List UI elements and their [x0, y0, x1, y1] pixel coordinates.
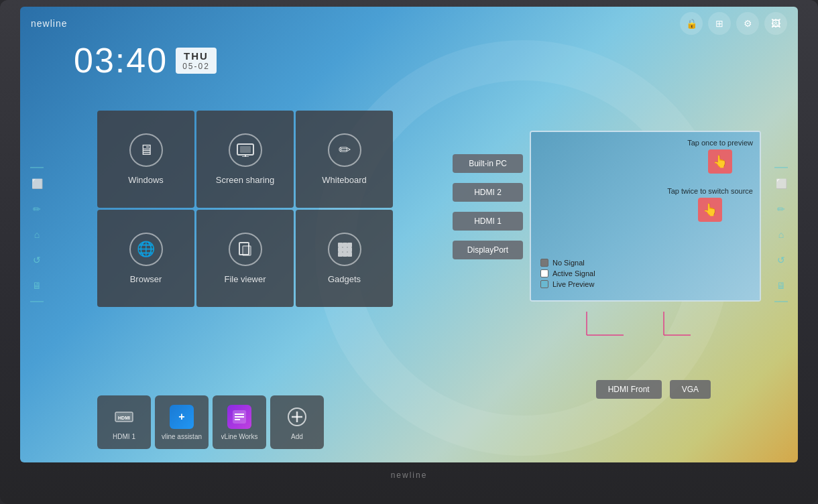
tap-twice-icon: 👆	[698, 198, 722, 222]
bottom-source-buttons: HDMI Front VGA	[596, 380, 711, 399]
clock-display: 03:40 THU 05-02	[74, 40, 217, 80]
screen-sharing-label: Screen sharing	[216, 175, 274, 185]
top-icons-group: 🔒 ⊞ ⚙ 🖼	[680, 12, 787, 35]
tile-whiteboard[interactable]: ✏ Whiteboard	[296, 111, 393, 208]
hdmi1-quick-icon: HDMI	[112, 405, 136, 429]
displayport-btn[interactable]: DisplayPort	[453, 241, 523, 259]
windows-icon: 🖥	[129, 133, 163, 167]
add-label: Add	[291, 433, 303, 440]
brand-logo: newline	[31, 18, 67, 29]
day-name: THU	[182, 50, 210, 62]
tile-gadgets[interactable]: Gadgets	[296, 210, 393, 307]
hdmi-front-btn[interactable]: HDMI Front	[596, 380, 662, 399]
legend-no-signal-label: No Signal	[552, 259, 585, 267]
svg-rect-14	[347, 252, 352, 257]
gadgets-label: Gadgets	[328, 274, 361, 284]
gallery-icon[interactable]: 🖼	[764, 12, 787, 35]
right-sidebar-home-icon[interactable]: ⌂	[771, 225, 791, 245]
left-sidebar: ⬜ ✏ ⌂ ↺ 🖥	[20, 160, 54, 309]
built-in-pc-btn[interactable]: Built-in PC	[453, 154, 523, 173]
right-sidebar-monitor-icon[interactable]: 🖥	[771, 275, 791, 296]
tap-once-icon: 👆	[708, 149, 732, 174]
legend-area: No Signal Active Signal Live Preview	[540, 259, 595, 288]
legend-active-signal-label: Active Signal	[552, 269, 595, 277]
tap-once-hint: Tap once to preview 👆	[687, 139, 753, 174]
add-icon	[285, 405, 309, 429]
svg-rect-5	[243, 246, 251, 255]
clock-time-value: 03:40	[74, 40, 168, 80]
sidebar-monitor-icon[interactable]: 🖥	[27, 275, 47, 296]
tap-twice-text: Tap twice to switch source	[667, 187, 753, 195]
svg-rect-11	[347, 247, 352, 252]
monitor-outer: newline 🔒 ⊞ ⚙ 🖼 03:40 THU 05-02 ⬜ ✏	[0, 0, 818, 504]
whiteboard-label: Whiteboard	[322, 175, 366, 185]
sidebar-home-icon[interactable]: ⌂	[27, 225, 47, 245]
tile-browser[interactable]: 🌐 Browser	[97, 210, 194, 307]
svg-rect-8	[347, 243, 352, 247]
tile-screen-sharing[interactable]: Screen sharing	[196, 111, 294, 208]
tile-file-viewer[interactable]: File viewer	[196, 210, 294, 307]
windows-label: Windows	[128, 175, 164, 185]
tile-windows[interactable]: 🖥 Windows	[97, 111, 194, 208]
svg-rect-6	[338, 243, 343, 247]
legend-active-signal: Active Signal	[540, 269, 595, 277]
right-sidebar-screen-icon[interactable]: ⬜	[771, 174, 791, 194]
display-settings-icon[interactable]: ⊞	[708, 12, 731, 35]
right-sidebar: ⬜ ✏ ⌂ ↺ 🖥	[764, 160, 798, 309]
vga-btn[interactable]: VGA	[670, 380, 711, 399]
quick-launch-bar: HDMI HDMI 1 + vline assistan	[97, 395, 324, 449]
svg-rect-9	[338, 247, 343, 252]
svg-rect-7	[343, 243, 347, 247]
svg-rect-1	[240, 146, 251, 153]
file-viewer-label: File viewer	[224, 274, 266, 284]
sidebar-undo-icon[interactable]: ↺	[27, 250, 47, 270]
legend-live-preview: Live Preview	[540, 280, 595, 288]
svg-rect-12	[338, 252, 343, 257]
screen-sharing-icon	[229, 133, 262, 167]
quick-vline-assistant[interactable]: + vline assistan	[155, 395, 209, 449]
source-buttons-column: Built-in PC HDMI 2 HDMI 1 DisplayPort	[453, 154, 523, 259]
gadgets-icon	[328, 233, 361, 266]
date-value: 05-02	[182, 62, 210, 71]
browser-label: Browser	[130, 274, 162, 284]
vline-works-icon	[227, 405, 251, 429]
right-sidebar-divider-bottom	[774, 301, 788, 302]
svg-rect-10	[343, 247, 347, 252]
vline-assistant-icon: +	[170, 405, 194, 429]
vline-works-label: vLine Works	[221, 433, 258, 440]
browser-icon: 🌐	[129, 233, 163, 266]
preview-inner: Tap once to preview 👆 Tap twice to switc…	[531, 132, 760, 300]
file-viewer-icon	[229, 233, 262, 266]
whiteboard-icon: ✏	[328, 133, 361, 167]
tap-twice-hint: Tap twice to switch source 👆	[667, 187, 753, 222]
quick-vline-works[interactable]: vLine Works	[213, 395, 266, 449]
screen: newline 🔒 ⊞ ⚙ 🖼 03:40 THU 05-02 ⬜ ✏	[20, 7, 798, 462]
sidebar-screen-icon[interactable]: ⬜	[27, 174, 47, 194]
settings-icon[interactable]: ⚙	[736, 12, 759, 35]
vline-assistant-label: vline assistan	[162, 433, 202, 440]
legend-dot-no-signal	[540, 259, 548, 267]
legend-dot-live	[540, 280, 548, 288]
monitor-bottom-bar: newline	[7, 462, 811, 488]
preview-box: Tap once to preview 👆 Tap twice to switc…	[530, 131, 761, 302]
legend-dot-active	[540, 269, 548, 277]
right-sidebar-pencil-icon[interactable]: ✏	[771, 199, 791, 219]
right-sidebar-divider-top	[774, 167, 788, 168]
svg-rect-13	[343, 252, 347, 257]
right-sidebar-undo-icon[interactable]: ↺	[771, 250, 791, 270]
hdmi2-btn[interactable]: HDMI 2	[453, 183, 523, 202]
quick-hdmi1[interactable]: HDMI HDMI 1	[97, 395, 151, 449]
svg-text:HDMI: HDMI	[118, 416, 130, 420]
hdmi1-quick-label: HDMI 1	[113, 433, 135, 440]
legend-no-signal: No Signal	[540, 259, 595, 267]
quick-add[interactable]: Add	[270, 395, 324, 449]
sidebar-divider-top	[30, 167, 44, 168]
date-box: THU 05-02	[176, 48, 217, 74]
app-grid: 🖥 Windows Screen sharing ✏ Whiteb	[97, 111, 393, 307]
lock-icon[interactable]: 🔒	[680, 12, 703, 35]
sidebar-divider-bottom	[30, 301, 44, 302]
legend-live-preview-label: Live Preview	[552, 280, 594, 288]
hdmi1-src-btn[interactable]: HDMI 1	[453, 212, 523, 231]
sidebar-pencil-icon[interactable]: ✏	[27, 199, 47, 219]
clock-area: 03:40 THU 05-02	[74, 40, 217, 80]
